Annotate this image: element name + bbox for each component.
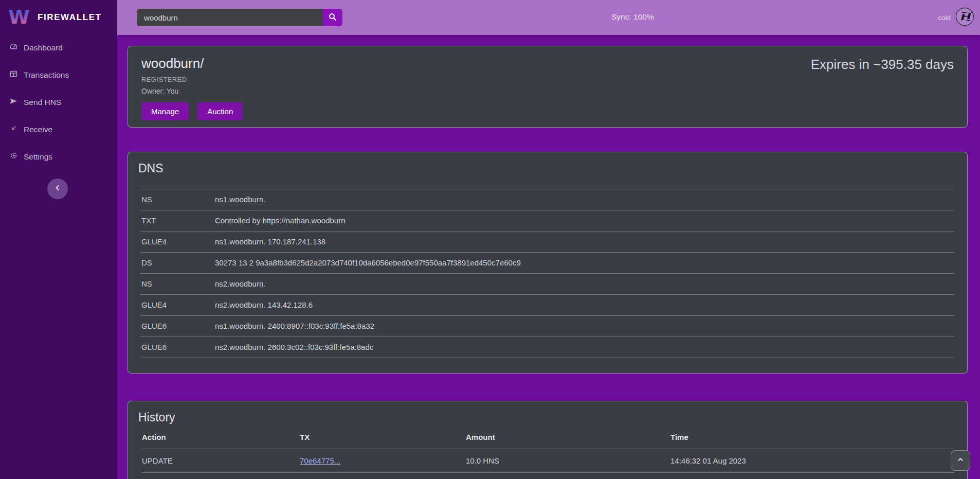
dns-record-value: ns2.woodburn. 143.42.128.6	[215, 300, 954, 309]
sidebar: W FIREWALLET Dashboard Transactions Send…	[0, 0, 117, 479]
dns-record-type: NS	[141, 195, 215, 204]
dns-record-row: TXT Controlled by https://nathan.woodbur…	[140, 210, 954, 231]
svg-text:W: W	[8, 6, 30, 27]
search-icon	[328, 12, 337, 23]
dns-record-value: ns1.woodburn.	[215, 195, 954, 204]
dns-record-row: GLUE4 ns2.woodburn. 143.42.128.6	[140, 294, 954, 315]
settings-gear-icon	[9, 151, 18, 162]
sidebar-item-label: Settings	[24, 152, 52, 162]
sidebar-item-receive[interactable]: Receive	[0, 116, 117, 143]
dns-record-type: GLUE6	[141, 322, 215, 330]
history-table: UPDATE 70e64775... 10.0 HNS 14:46:32 01 …	[142, 449, 954, 479]
sidebar-nav: Dashboard Transactions Send HNS Receive …	[0, 34, 117, 170]
manage-button[interactable]: Manage	[141, 102, 189, 120]
chevron-left-icon	[53, 184, 62, 194]
search-input[interactable]	[137, 9, 323, 26]
auction-button[interactable]: Auction	[197, 102, 243, 120]
domain-card: woodburn/ REGISTERED Owner: You Manage A…	[128, 46, 968, 128]
dns-record-value: Controlled by https://nathan.woodburn	[215, 216, 954, 225]
sidebar-item-send-hns[interactable]: Send HNS	[0, 88, 117, 116]
chevron-up-icon	[957, 456, 964, 465]
sidebar-collapse-button[interactable]	[47, 179, 68, 199]
history-row: RENEW d59e5... 10.0 HNS 15:13:06 01 Feb …	[142, 472, 954, 479]
history-column-header: Amount	[466, 433, 670, 441]
dns-card: DNS NS ns1.woodburn. TXT Controlled by h…	[128, 152, 968, 374]
sync-status: Sync: 100%	[611, 12, 654, 22]
sidebar-item-label: Transactions	[24, 70, 69, 80]
transactions-table-icon	[9, 69, 18, 80]
history-card: History Action TX Amount Time UPDATE 70e…	[128, 401, 968, 479]
handshake-logo-icon[interactable]: H	[955, 7, 974, 28]
dashboard-gauge-icon	[9, 42, 18, 53]
main-content: woodburn/ REGISTERED Owner: You Manage A…	[117, 35, 980, 479]
history-action: UPDATE	[142, 456, 300, 465]
history-row: UPDATE 70e64775... 10.0 HNS 14:46:32 01 …	[142, 449, 954, 472]
sidebar-item-dashboard[interactable]: Dashboard	[0, 34, 117, 61]
topbar: Sync: 100% cold H	[117, 0, 980, 35]
svg-text:H: H	[959, 9, 972, 24]
sidebar-item-label: Send HNS	[24, 98, 61, 107]
history-title: History	[138, 411, 967, 424]
history-column-header: TX	[300, 433, 466, 441]
dns-record-value: 30273 13 2 9a3a8fb3d625d2a2073d740f10da6…	[215, 258, 954, 267]
domain-owner: Owner: You	[141, 87, 954, 95]
brand-name: FIREWALLET	[38, 12, 102, 23]
search-bar	[137, 9, 342, 26]
dns-record-type: GLUE6	[141, 343, 215, 351]
expires-label: Expires in ~395.35 days	[811, 57, 954, 73]
dns-record-row: NS ns2.woodburn.	[140, 273, 954, 294]
history-column-header: Time	[670, 433, 954, 441]
domain-status: REGISTERED	[141, 76, 954, 83]
dns-record-row: GLUE6 ns1.woodburn. 2400:8907::f03c:93ff…	[140, 315, 954, 336]
dns-table: NS ns1.woodburn. TXT Controlled by https…	[140, 189, 954, 358]
wallet-indicator: cold H	[938, 0, 974, 35]
dns-record-type: GLUE4	[141, 300, 215, 309]
dns-record-type: NS	[141, 279, 215, 288]
history-amount: 10.0 HNS	[466, 456, 670, 465]
history-time: 14:46:32 01 Aug 2023	[670, 456, 954, 465]
history-column-header: Action	[142, 433, 300, 441]
firewallet-w-logo-icon: W	[7, 6, 31, 29]
send-plane-icon	[9, 97, 18, 108]
dns-record-type: DS	[141, 258, 215, 267]
scroll-to-top-button[interactable]	[951, 450, 970, 471]
dns-title: DNS	[138, 162, 967, 175]
dns-record-type: GLUE4	[141, 237, 215, 246]
dns-record-row: GLUE4 ns1.woodburn. 170.187.241.138	[140, 231, 954, 252]
dns-record-row: NS ns1.woodburn.	[140, 189, 954, 210]
dns-record-type: TXT	[141, 216, 215, 225]
search-button[interactable]	[323, 9, 342, 26]
dns-record-row: DS 30273 13 2 9a3a8fb3d625d2a2073d740f10…	[140, 252, 954, 273]
dns-record-value: ns2.woodburn.	[215, 279, 954, 288]
receive-arrow-icon	[9, 124, 18, 135]
brand-header: W FIREWALLET	[0, 0, 117, 30]
sidebar-item-label: Receive	[24, 125, 52, 134]
sidebar-item-settings[interactable]: Settings	[0, 143, 117, 170]
wallet-name: cold	[938, 14, 951, 22]
dns-record-value: ns1.woodburn. 170.187.241.138	[215, 237, 954, 246]
domain-actions: Manage Auction	[141, 102, 954, 120]
dns-record-row: GLUE6 ns2.woodburn. 2600:3c02::f03c:93ff…	[140, 336, 954, 358]
history-table-header: Action TX Amount Time	[142, 433, 954, 449]
sidebar-item-label: Dashboard	[24, 43, 63, 52]
tx-link[interactable]: 70e64775...	[300, 456, 340, 465]
dns-record-value: ns2.woodburn. 2600:3c02::f03c:93ff:fe5a:…	[215, 343, 954, 351]
sidebar-item-transactions[interactable]: Transactions	[0, 61, 117, 88]
dns-record-value: ns1.woodburn. 2400:8907::f03c:93ff:fe5a:…	[215, 322, 954, 330]
